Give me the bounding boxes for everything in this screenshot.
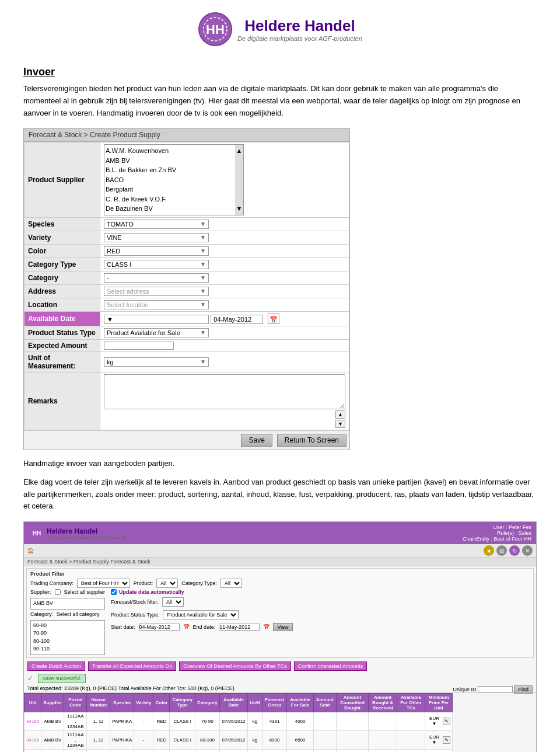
edit-button[interactable]: ✎	[443, 736, 450, 744]
scroll-bar[interactable]: ▲ ▼	[235, 145, 243, 215]
variety-select[interactable]: VINE ▼	[104, 233, 209, 242]
table-cell: CLASS I	[170, 712, 195, 730]
table-cell: AMB BV	[41, 749, 64, 752]
remarks-scroll-down[interactable]: ▼	[335, 420, 345, 428]
logo-text-group: Heldere Handel De digitale marktplaats v…	[237, 17, 362, 42]
location-select[interactable]: Select location ▼	[104, 300, 209, 309]
remarks-scroll-up[interactable]: ▲	[335, 410, 345, 419]
table-cell[interactable]: 34187	[24, 749, 41, 752]
variety-value: VINE	[107, 234, 122, 241]
nav-icon-star[interactable]: ★	[484, 545, 494, 556]
update-auto-checkbox[interactable]	[111, 589, 117, 595]
supplier-item[interactable]: De Bazuinen BV	[106, 204, 242, 214]
supplier-item[interactable]: C. R. de Kreek V.O.F.	[106, 194, 242, 204]
address-select[interactable]: Select address ▼	[104, 287, 209, 296]
supplier-filter-label: Supplier:	[30, 589, 51, 595]
remarks-textarea[interactable]	[104, 374, 345, 409]
table-header: UId Supplier Postal Code House Number Sp…	[24, 693, 453, 712]
table-body: 34185AMB BV1111AA , 1234AB1, 12PAPRIKA-R…	[24, 712, 453, 752]
nav-icon-grid[interactable]: ⊞	[496, 545, 507, 556]
color-select[interactable]: RED ▼	[104, 246, 209, 256]
expected-amount-cell	[100, 339, 349, 351]
expected-amount-input[interactable]	[104, 342, 174, 350]
filter-panel: Product Filter Trading Company: Best of …	[26, 568, 534, 658]
table-cell: AMB BV	[41, 712, 64, 730]
return-button[interactable]: Return To Screen	[277, 434, 346, 447]
available-date-input[interactable]: 04-May-2012	[211, 315, 263, 324]
trading-company-select[interactable]: Best of Four HH	[77, 579, 130, 588]
product-supplier-label: Product Supplier	[24, 142, 100, 218]
supplier-item[interactable]: B.L. de Bakker en Zn BV	[106, 165, 242, 175]
start-date-input[interactable]	[139, 624, 180, 631]
table-cell: PAPRIKA	[110, 730, 134, 749]
overview-button[interactable]: Overview Of Desired Amounts By Other TCs	[179, 662, 290, 671]
caption1: Handmatige invoer van aangeboden partije…	[23, 459, 537, 468]
view-button[interactable]: View	[273, 623, 292, 631]
species-label: Species	[24, 217, 100, 231]
calendar-icon[interactable]: 📅	[268, 314, 279, 324]
supplier-item[interactable]: Bergplant	[106, 184, 242, 194]
category-box[interactable]: 60-80 70-90 80-100 90-110	[30, 620, 105, 655]
table-cell	[397, 712, 425, 730]
find-button[interactable]: Find	[514, 685, 533, 694]
supplier-item[interactable]: BACO	[106, 175, 242, 185]
create-auction-button[interactable]: Create Dutch Auction	[27, 662, 85, 671]
select-all-supplier-checkbox[interactable]	[55, 589, 61, 595]
cat-item[interactable]: 90-110	[33, 645, 102, 653]
supplier-list[interactable]: A.W.M. Kouwenhoven AMB BV B.L. de Bakker…	[104, 144, 244, 215]
table-cell: RED	[153, 749, 170, 752]
end-date-cal-icon[interactable]: 📅	[263, 624, 270, 630]
edit-button[interactable]: ✎	[443, 718, 450, 725]
end-date-input[interactable]	[219, 624, 260, 631]
category-filter-row: Category: Select all category	[30, 611, 105, 617]
category-select[interactable]: - ▼	[104, 273, 209, 283]
form-screenshot: Forecast & Stock > Create Product Supply…	[23, 128, 350, 450]
cat-item[interactable]: 60-80	[33, 622, 102, 630]
col-min-price: Minimum Price Per Unit	[425, 693, 453, 712]
confirm-button[interactable]: Confirm Interested Amounts	[294, 662, 368, 671]
nav-icon-exit[interactable]: ✕	[522, 545, 533, 556]
form-table: Product Supplier A.W.M. Kouwenhoven AMB …	[24, 142, 349, 430]
cat-item[interactable]: 80-100	[33, 638, 102, 646]
table-cell: 1111AA , 1234AB	[64, 730, 87, 749]
table-cell: 1111AA , 1234AB	[64, 712, 87, 730]
supplier-item[interactable]: AMB BV	[106, 156, 242, 166]
table-cell: 1111AA , 1234AB	[64, 749, 87, 752]
category-type-row: Category Type CLASS I ▼	[24, 257, 349, 271]
product-status-filter-select[interactable]: Product Available for Sale	[163, 610, 239, 619]
species-value: TOMATO	[107, 221, 134, 228]
nav-home[interactable]: 🏠	[27, 548, 34, 553]
start-date-label: Start date:	[111, 624, 135, 630]
scr2-logo-title: Heldere Handel	[47, 527, 126, 535]
species-select[interactable]: TOMATO ▼	[104, 220, 209, 229]
uom-select[interactable]: kg ▼	[104, 357, 209, 367]
transfer-button[interactable]: Transfer All Expected Amounts On	[88, 662, 176, 671]
nav-icon-refresh[interactable]: ↻	[509, 545, 520, 556]
category-type-filter-select[interactable]: All	[220, 579, 242, 588]
category-type-select[interactable]: CLASS I ▼	[104, 260, 209, 269]
table-cell[interactable]: 34185	[24, 712, 41, 730]
supplier-box-item[interactable]: AMB BV	[33, 600, 102, 608]
supplier-item[interactable]: A.W.M. Kouwenhoven	[106, 146, 242, 156]
product-select[interactable]: All	[156, 579, 178, 588]
logo-box: HH Heldere Handel De digitale marktplaat…	[198, 12, 362, 47]
scr2-logo-icon: HH	[29, 525, 45, 541]
find-input[interactable]	[478, 686, 513, 693]
col-category: Category	[195, 693, 220, 712]
filter-body: Supplier: Select all supplier AMB BV Cat…	[30, 589, 530, 655]
table-cell[interactable]: 34186	[24, 730, 41, 749]
category-row: Category - ▼	[24, 271, 349, 284]
available-date-left-select[interactable]: ▼	[104, 315, 209, 324]
table-cell: RED	[153, 712, 170, 730]
cat-item[interactable]: 70-90	[33, 629, 102, 638]
product-status-cell: Product Available for Sale ▼	[100, 326, 349, 339]
remarks-area-wrapper: ▲ ▼	[104, 374, 345, 428]
chain-value: Best of Four HH	[494, 536, 531, 542]
filter-right: Update data automatically Forecast/Stock…	[111, 589, 292, 655]
product-status-label: Product Status Type	[24, 326, 100, 339]
forecast-filter-select[interactable]: All	[162, 597, 184, 607]
supplier-box[interactable]: AMB BV	[30, 598, 105, 610]
save-button[interactable]: Save	[241, 434, 272, 447]
start-date-cal-icon[interactable]: 📅	[183, 624, 190, 630]
product-status-select[interactable]: Product Available for Sale ▼	[104, 328, 209, 337]
